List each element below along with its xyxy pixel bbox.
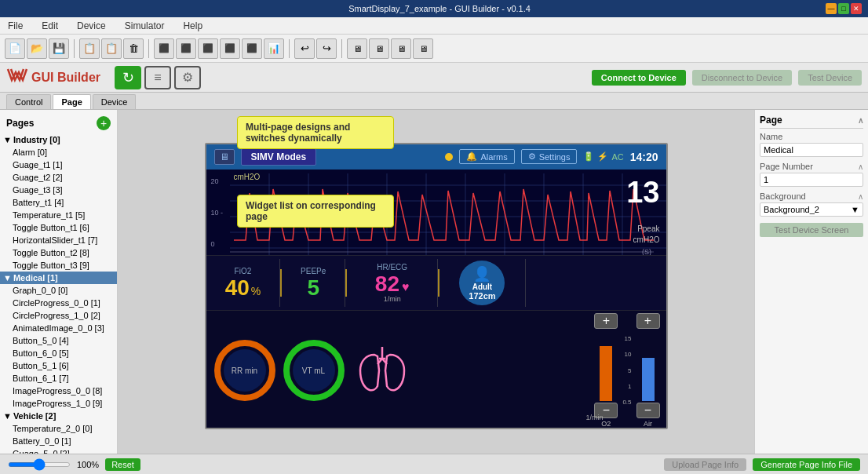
tb-open[interactable]: 📂 — [27, 38, 47, 59]
tb-paste[interactable]: 📋 — [101, 38, 122, 59]
tb-screen4[interactable]: 🖥 — [413, 38, 433, 59]
tree-btn50[interactable]: Button_5_0 [4] — [0, 334, 117, 347]
page-number-row: Page Number ∧ — [760, 162, 863, 171]
air-plus-button[interactable]: + — [636, 313, 660, 329]
tb-save[interactable]: 💾 — [49, 38, 69, 59]
tree-imgprog0[interactable]: ImageProgress_0_0 [8] — [0, 385, 117, 397]
tb-new[interactable]: 📄 — [5, 38, 25, 59]
menu-device[interactable]: Device — [72, 19, 111, 33]
tab-device[interactable]: Device — [93, 94, 137, 109]
nav-list-btn[interactable]: ≡ — [144, 66, 171, 89]
canvas-wrapper[interactable]: Multi-page designs and switches dynamica… — [118, 110, 754, 454]
screen-mode-button[interactable]: SIMV Modes — [241, 148, 317, 166]
tb-align4[interactable]: ⬛ — [220, 38, 240, 59]
zoom-percentage: 100% — [77, 460, 99, 469]
tb-screen2[interactable]: 🖥 — [369, 38, 389, 59]
ppeak-value: 13 — [626, 177, 659, 207]
tab-page[interactable]: Page — [53, 94, 90, 109]
tree-toggle-t1[interactable]: Toggle Button_t1 [6] — [0, 221, 117, 234]
tb-align5[interactable]: ⬛ — [242, 38, 262, 59]
zoom-slider[interactable] — [8, 462, 71, 467]
reset-button[interactable]: Reset — [105, 458, 140, 471]
tree-vehicle[interactable]: ▼ Vehicle [2] — [0, 410, 117, 422]
cmh2o-label: cmH2O — [633, 235, 660, 244]
tree-btn51[interactable]: Button_5_1 [6] — [0, 359, 117, 372]
bar-scale-labels: 15 10 5 1 0.5 — [622, 335, 631, 406]
menu-file[interactable]: File — [3, 19, 27, 33]
o2-plus-button[interactable]: + — [594, 313, 618, 329]
menu-simulator[interactable]: Simulator — [120, 19, 170, 33]
tree-imgprog1[interactable]: ImageProgress_1_0 [9] — [0, 397, 117, 410]
screen-icon-area: 🖥 — [214, 149, 235, 165]
scale-15: 15 — [625, 335, 632, 342]
tree-guage-t2[interactable]: Guage_t2 [2] — [0, 171, 117, 184]
screen-alarm-button[interactable]: 🔔 Alarms — [459, 149, 514, 164]
bar-chart-placeholder — [526, 259, 666, 307]
tb-screen1[interactable]: 🖥 — [347, 38, 367, 59]
window-controls[interactable]: — □ ✕ — [826, 3, 862, 14]
vt-label: VT mL — [302, 366, 325, 375]
tree-battery00[interactable]: Battery_0_0 [1] — [0, 435, 117, 447]
tb-chart[interactable]: 📊 — [264, 38, 284, 59]
tb-copy[interactable]: 📋 — [79, 38, 100, 59]
upload-button: Upload Page Info — [664, 458, 746, 471]
tree-toggle-t3[interactable]: Toggle Button_t3 [9] — [0, 259, 117, 272]
nav-widget-btn[interactable]: ↻ — [115, 66, 141, 89]
stat-hr: HR/ECG 82 ♥ 1/min — [347, 259, 438, 307]
air-bar-svg — [640, 330, 656, 401]
background-dropdown[interactable]: Background_2 ▼ — [760, 202, 863, 217]
screen-settings-button[interactable]: ⚙ Settings — [521, 149, 578, 164]
rr-ring-widget: RR min — [213, 338, 277, 403]
tree-hslider-t1[interactable]: HorizontalSlider_t1 [7] — [0, 234, 117, 246]
maximize-button[interactable]: □ — [838, 3, 849, 14]
tree-graph[interactable]: Graph_0_0 [0] — [0, 284, 117, 297]
tb-align3[interactable]: ⬛ — [198, 38, 218, 59]
tree-temp-t1[interactable]: Temperature_t1 [5] — [0, 209, 117, 221]
tb-redo[interactable]: ↪ — [316, 38, 337, 59]
tb-align1[interactable]: ⬛ — [154, 38, 174, 59]
tb-align2[interactable]: ⬛ — [176, 38, 196, 59]
close-button[interactable]: ✕ — [851, 3, 862, 14]
page-number-value[interactable]: 1 — [760, 173, 863, 187]
name-field-value[interactable]: Medical — [760, 143, 863, 157]
tree-btn60[interactable]: Button_6_0 [5] — [0, 347, 117, 359]
tree-medical[interactable]: ▼ Medical [1] — [0, 272, 117, 284]
menu-help[interactable]: Help — [178, 19, 207, 33]
device-screen[interactable]: 🖥 SIMV Modes 🔔 Alarms ⚙ Settings 🔋 — [205, 143, 668, 429]
name-field-label: Name — [760, 132, 863, 141]
tree-alarm[interactable]: Alarm [0] — [0, 146, 117, 159]
air-control: + − Air — [636, 315, 660, 426]
tree-toggle-t2[interactable]: Toggle Button_t2 [8] — [0, 246, 117, 259]
y-label-0: 0 — [211, 240, 215, 248]
scale-05: 0.5 — [622, 399, 631, 406]
tree-guage-t1[interactable]: Guage_t1 [1] — [0, 159, 117, 171]
o2-label: O2 — [601, 420, 611, 428]
svg-rect-22 — [642, 358, 655, 401]
test-screen-button[interactable]: Test Device Screen — [760, 223, 863, 237]
tb-sep1 — [74, 39, 75, 58]
tree-btn61[interactable]: Button_6_1 [7] — [0, 372, 117, 385]
tree-guage-t3[interactable]: Guage_t3 [3] — [0, 184, 117, 196]
tree-guage50[interactable]: Guage_5_0 [2] — [0, 447, 117, 454]
connect-button[interactable]: Connect to Device — [592, 70, 686, 86]
tb-sep4 — [341, 39, 342, 58]
tree-circle2[interactable]: CircleProgress_1_0 [2] — [0, 309, 117, 322]
tb-undo[interactable]: ↩ — [294, 38, 315, 59]
tree-animimage[interactable]: AnimatedImage_0_0 [3] — [0, 322, 117, 334]
tree-circle1[interactable]: CircleProgress_0_0 [1] — [0, 297, 117, 309]
tb-delete[interactable]: 🗑 — [123, 38, 144, 59]
air-minus-button[interactable]: − — [636, 403, 660, 418]
right-panel: Page ∧ Name Medical Page Number ∧ 1 Back… — [754, 110, 868, 454]
minimize-button[interactable]: — — [826, 3, 837, 14]
tb-screen3[interactable]: 🖥 — [391, 38, 411, 59]
o2-bar-svg — [598, 330, 614, 401]
generate-button[interactable]: Generate Page Info File — [753, 458, 860, 471]
tree-battery-t1[interactable]: Battery_t1 [4] — [0, 196, 117, 209]
add-page-button[interactable]: + — [97, 116, 111, 130]
menu-edit[interactable]: Edit — [37, 19, 63, 33]
tree-temp20[interactable]: Temperature_2_0 [0] — [0, 422, 117, 435]
tab-control[interactable]: Control — [6, 94, 51, 109]
tree-industry[interactable]: ▼ Industry [0] — [0, 133, 117, 146]
nav-settings-btn[interactable]: ⚙ — [174, 66, 201, 89]
screen-status-indicator — [445, 153, 453, 161]
